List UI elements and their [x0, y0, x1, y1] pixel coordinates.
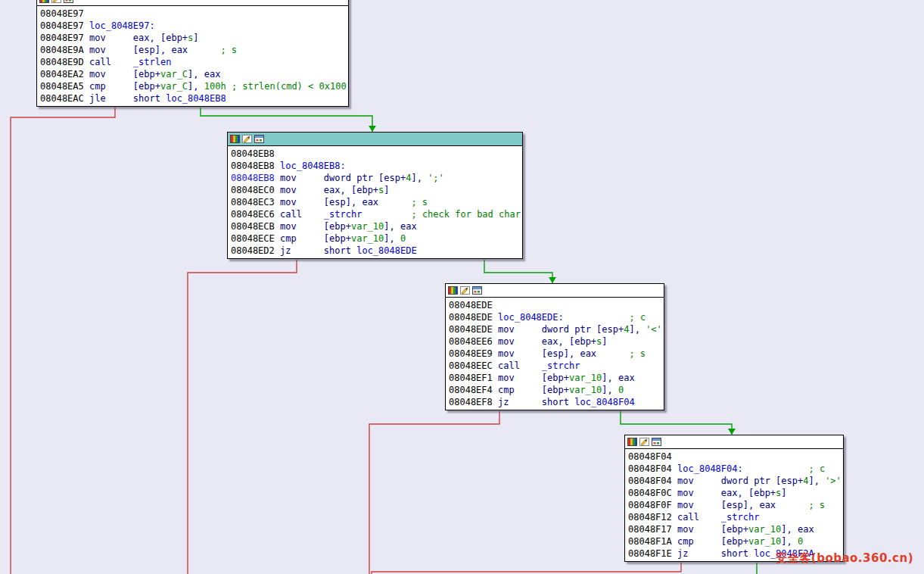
asm-token: ],: [602, 385, 618, 395]
asm-line[interactable]: 08048F04: [628, 451, 840, 463]
block-08048E97[interactable]: 08048E9708048E97 loc_8048E97:08048E97 mo…: [36, 0, 349, 107]
asm-token: var_10: [569, 373, 602, 383]
asm-line[interactable]: 08048EAC jle short loc_8048EB8: [40, 92, 345, 105]
asm-token: 08048EDE: [449, 312, 498, 323]
asm-line[interactable]: 08048EDE mov dword ptr [esp+4], '<': [449, 323, 661, 335]
node-frame-icon[interactable]: [472, 286, 482, 295]
asm-line[interactable]: 08048E9A mov [esp], eax ; s: [40, 44, 345, 56]
asm-line[interactable]: 08048ED2 jz short loc_8048EDE: [231, 245, 519, 257]
asm-token: mov [ebp+: [677, 524, 748, 535]
node-frame-icon[interactable]: [64, 0, 73, 3]
asm-token: loc_8048E97:: [89, 20, 155, 31]
node-edit-icon[interactable]: [460, 286, 470, 295]
graph-canvas[interactable]: 08048E9708048E97 loc_8048E97:08048E97 mo…: [0, 0, 924, 574]
asm-token: var_10: [351, 233, 384, 244]
asm-token: mov [esp], eax: [498, 348, 629, 359]
asm-token: 08048EB8: [231, 173, 280, 183]
asm-token: mov [ebp+: [89, 69, 160, 80]
asm-token: 08048EF1: [449, 373, 498, 383]
node-edit-icon[interactable]: [639, 438, 649, 446]
asm-line[interactable]: 08048F0C mov eax, [ebp+s]: [628, 487, 840, 499]
edge-arrowhead-icon: [549, 277, 556, 283]
asm-token: 08048EB8: [231, 148, 275, 159]
asm-token: 08048EC6: [231, 209, 280, 220]
block-08048F04[interactable]: 08048F0408048F04 loc_8048F04: ; c08048F0…: [624, 435, 844, 562]
asm-line[interactable]: 08048ECB mov [ebp+var_10], eax: [231, 220, 519, 232]
node-color-icon[interactable]: [448, 286, 458, 295]
asm-token: mov eax, [ebp+: [677, 488, 776, 498]
node-color-icon[interactable]: [39, 0, 49, 3]
asm-token: 08048F0F: [628, 500, 677, 510]
node-frame-icon[interactable]: [652, 438, 661, 446]
asm-token: jz short: [498, 397, 574, 407]
asm-line[interactable]: 08048F1A cmp [ebp+var_10], 0: [628, 535, 840, 547]
asm-line[interactable]: 08048EDE loc_8048EDE: ; c: [449, 311, 661, 323]
asm-token: ], eax: [188, 69, 220, 80]
asm-token: var_10: [569, 385, 602, 395]
asm-line[interactable]: 08048EF8 jz short loc_8048F04: [449, 396, 661, 408]
asm-token: ]: [781, 488, 786, 498]
asm-token: 08048EE9: [449, 348, 498, 359]
asm-token: mov dword ptr [esp+: [280, 173, 406, 183]
node-color-icon[interactable]: [627, 438, 637, 446]
asm-line[interactable]: 08048EE9 mov [esp], eax ; s: [449, 348, 661, 360]
block-title-bar[interactable]: [446, 284, 664, 298]
block-title-bar[interactable]: [37, 0, 348, 6]
asm-token: 08048EF4: [449, 385, 498, 395]
asm-token: 08048F17: [628, 524, 677, 535]
asm-line[interactable]: 08048F0F mov [esp], eax ; s: [628, 499, 840, 511]
node-color-icon[interactable]: [230, 135, 240, 143]
asm-token: call: [280, 209, 324, 220]
node-edit-icon[interactable]: [51, 0, 61, 3]
node-frame-icon[interactable]: [254, 135, 264, 143]
block-title-bar[interactable]: [228, 133, 522, 146]
asm-token: [362, 209, 411, 220]
asm-token: 08048E97: [40, 8, 84, 19]
block-08048EB8[interactable]: 08048EB808048EB8 loc_8048EB8:08048EB8 mo…: [227, 132, 523, 259]
asm-token: 08048EC0: [231, 185, 280, 195]
asm-line[interactable]: 08048E97: [40, 8, 345, 20]
asm-token: var_10: [748, 524, 781, 535]
asm-token: ; s: [411, 197, 428, 207]
asm-line[interactable]: 08048EB8 mov dword ptr [esp+4], ';': [231, 172, 519, 184]
asm-token: ],: [411, 173, 428, 183]
asm-token: 08048EA2: [40, 69, 89, 80]
block-08048EDE[interactable]: 08048EDE08048EDE loc_8048EDE: ; c08048ED…: [445, 283, 664, 410]
fallthrough-edge: [372, 563, 681, 574]
asm-token: 08048EF8: [449, 397, 498, 407]
asm-line[interactable]: 08048E9D call _strlen: [40, 56, 345, 68]
asm-line[interactable]: 08048F04 loc_8048F04: ; c: [628, 463, 840, 475]
block-title-bar[interactable]: [625, 435, 843, 449]
asm-line[interactable]: 08048F12 call _strchr: [628, 511, 840, 523]
asm-token: '>': [825, 476, 842, 486]
asm-token: cmp [ebp+: [280, 233, 351, 244]
asm-line[interactable]: 08048ECE cmp [ebp+var_10], 0: [231, 232, 519, 245]
asm-line[interactable]: 08048EC0 mov eax, [ebp+s]: [231, 184, 519, 196]
asm-line[interactable]: 08048EB8: [231, 148, 519, 160]
block-code: 08048F0408048F04 loc_8048F04: ; c08048F0…: [625, 449, 843, 561]
asm-line[interactable]: 08048EA5 cmp [ebp+var_C], 100h ; strlen(…: [40, 80, 345, 92]
asm-token: 08048F04: [628, 463, 677, 474]
asm-line[interactable]: 08048E97 loc_8048E97:: [40, 20, 345, 32]
asm-token: 08048ECB: [231, 221, 280, 232]
asm-line[interactable]: 08048EE6 mov eax, [ebp+s]: [449, 335, 661, 348]
asm-line[interactable]: 08048EF1 mov [ebp+var_10], eax: [449, 372, 661, 384]
asm-line[interactable]: 08048EB8 loc_8048EB8:: [231, 160, 519, 172]
asm-line[interactable]: 08048EDE: [449, 299, 661, 311]
asm-line[interactable]: 08048EEC call _strchr: [449, 360, 661, 372]
asm-token: mov dword ptr [esp+: [498, 324, 624, 335]
block-code: 08048EDE08048EDE loc_8048EDE: ; c08048ED…: [446, 298, 664, 410]
asm-token: ], eax: [602, 373, 634, 383]
asm-token: ; s: [220, 45, 237, 55]
asm-token: [743, 463, 809, 474]
node-edit-icon[interactable]: [242, 135, 252, 143]
asm-line[interactable]: 08048EC3 mov [esp], eax ; s: [231, 196, 519, 208]
asm-line[interactable]: 08048F17 mov [ebp+var_10], eax: [628, 523, 840, 535]
asm-token: mov [esp], eax: [280, 197, 411, 207]
asm-line[interactable]: 08048F04 mov dword ptr [esp+4], '>': [628, 475, 840, 487]
asm-line[interactable]: 08048EC6 call _strchr ; check for bad ch…: [231, 208, 519, 220]
asm-line[interactable]: 08048E97 mov eax, [ebp+s]: [40, 32, 345, 44]
asm-line[interactable]: 08048EA2 mov [ebp+var_C], eax: [40, 68, 345, 80]
asm-token: 08048ED2: [231, 245, 280, 256]
asm-line[interactable]: 08048EF4 cmp [ebp+var_10], 0: [449, 384, 661, 396]
